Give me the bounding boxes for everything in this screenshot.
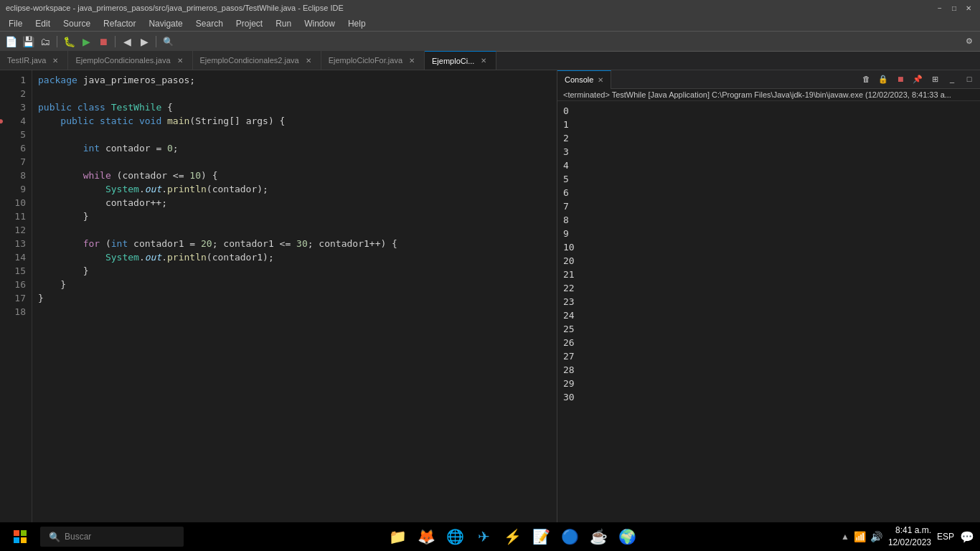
taskbar-vscode[interactable]: ⚡ bbox=[499, 522, 525, 551]
ln-1: 1 bbox=[0, 73, 26, 87]
code-line-17: } bbox=[38, 291, 551, 305]
console-tab-close[interactable]: ✕ bbox=[598, 76, 603, 84]
ln-3: 3 bbox=[0, 100, 26, 114]
console-min-btn[interactable]: _ bbox=[944, 71, 960, 87]
sep3 bbox=[156, 36, 156, 47]
sep1 bbox=[57, 36, 57, 47]
notification-btn[interactable]: 💬 bbox=[960, 530, 974, 544]
start-button[interactable] bbox=[6, 522, 34, 551]
taskbar-center: 📁 🦊 🌐 ✈ ⚡ 📝 🔵 ☕ 🌍 bbox=[385, 522, 640, 551]
menu-navigate[interactable]: Navigate bbox=[143, 16, 188, 31]
taskbar: 🔍 Buscar 📁 🦊 🌐 ✈ ⚡ 📝 🔵 ☕ 🌍 ▲ 📶 🔊 8:41 a.… bbox=[0, 522, 980, 551]
taskbar-firefox[interactable]: 🦊 bbox=[413, 522, 439, 551]
console-views-btn[interactable]: ⊞ bbox=[927, 71, 943, 87]
taskbar-telegram[interactable]: ✈ bbox=[471, 522, 496, 551]
taskbar-chrome[interactable]: 🌐 bbox=[442, 522, 468, 551]
taskbar-file-explorer[interactable]: 📁 bbox=[385, 522, 410, 551]
tab-testir-close[interactable]: ✕ bbox=[50, 55, 60, 65]
tab-ejemplociclofor-close[interactable]: ✕ bbox=[407, 55, 417, 65]
console-pin-btn[interactable]: 📌 bbox=[910, 71, 925, 87]
svg-rect-0 bbox=[14, 530, 19, 536]
console-lock-btn[interactable]: 🔒 bbox=[875, 71, 891, 87]
menu-source[interactable]: Source bbox=[57, 16, 96, 31]
close-button[interactable]: ✕ bbox=[963, 2, 974, 14]
tab-testir[interactable]: TestIR.java ✕ bbox=[0, 51, 68, 70]
tab-ejemplocondicionales2[interactable]: EjemploCondicionales2.java ✕ bbox=[193, 51, 321, 70]
ln-4: 4● bbox=[0, 114, 26, 128]
ln-7: 7 bbox=[0, 155, 26, 169]
tab-ejemplocondicionales-close[interactable]: ✕ bbox=[175, 55, 185, 65]
console-tab-label: Console bbox=[565, 75, 593, 84]
taskbar-right: ▲ 📶 🔊 8:41 a.m. 12/02/2023 ESP 💬 bbox=[841, 524, 974, 549]
code-editor[interactable]: package java_primeros_pasos; public clas… bbox=[32, 70, 557, 522]
console-line-20: 20 bbox=[563, 254, 974, 268]
minimize-button[interactable]: − bbox=[934, 2, 946, 14]
code-line-7 bbox=[38, 155, 551, 169]
save-btn[interactable]: 💾 bbox=[20, 34, 36, 50]
console-terminated-msg: <terminated> TestWhile [Java Application… bbox=[557, 89, 980, 101]
tab-ejemplocondicionales2-close[interactable]: ✕ bbox=[303, 55, 314, 65]
ln-5: 5 bbox=[0, 128, 26, 141]
taskbar-sublime[interactable]: 📝 bbox=[528, 522, 554, 551]
prev-btn[interactable]: ◀ bbox=[119, 34, 135, 50]
console-stop-btn[interactable]: ⏹ bbox=[892, 71, 908, 87]
tab-testwhile-close[interactable]: ✕ bbox=[479, 56, 489, 66]
menu-help[interactable]: Help bbox=[342, 16, 372, 31]
console-output[interactable]: 0 1 2 3 4 5 6 7 8 9 10 20 21 22 23 24 25… bbox=[557, 101, 980, 522]
sep2 bbox=[115, 36, 116, 47]
toolbar: 📄 💾 🗂 🐛 ▶ ⏹ ◀ ▶ 🔍 ⚙ bbox=[0, 32, 980, 52]
console-line-23: 23 bbox=[563, 295, 974, 309]
tray-network[interactable]: 📶 bbox=[854, 531, 866, 542]
save-all-btn[interactable]: 🗂 bbox=[37, 34, 53, 50]
stop-btn[interactable]: ⏹ bbox=[95, 34, 111, 50]
menu-file[interactable]: File bbox=[3, 16, 28, 31]
menu-search[interactable]: Search bbox=[190, 16, 229, 31]
tab-ejemplocondicionales2-label: EjemploCondicionales2.java bbox=[200, 56, 299, 65]
perspective-btn[interactable]: ⚙ bbox=[961, 34, 977, 50]
console-max-btn[interactable]: □ bbox=[961, 71, 977, 87]
console-line-4: 4 bbox=[563, 159, 974, 172]
taskbar-java[interactable]: ☕ bbox=[585, 522, 611, 551]
next-btn[interactable]: ▶ bbox=[136, 34, 152, 50]
debug-btn[interactable]: 🐛 bbox=[61, 34, 77, 50]
code-line-6: int contador = 0; bbox=[38, 141, 551, 155]
taskbar-browser[interactable]: 🌍 bbox=[614, 522, 640, 551]
clock[interactable]: 8:41 a.m. 12/02/2023 bbox=[888, 524, 931, 549]
tab-ejemplocondicionales[interactable]: EjemploCondicionales.java ✕ bbox=[68, 51, 192, 70]
tray-chevron[interactable]: ▲ bbox=[841, 532, 849, 542]
console-line-25: 25 bbox=[563, 322, 974, 336]
svg-rect-1 bbox=[21, 530, 27, 536]
run-btn[interactable]: ▶ bbox=[78, 34, 94, 50]
maximize-button[interactable]: □ bbox=[948, 2, 960, 14]
console-line-9: 9 bbox=[563, 227, 974, 240]
menu-project[interactable]: Project bbox=[230, 16, 268, 31]
console-tab[interactable]: Console ✕ bbox=[557, 70, 611, 89]
menu-window[interactable]: Window bbox=[298, 16, 341, 31]
search-placeholder: Buscar bbox=[65, 532, 91, 542]
console-clear-btn[interactable]: 🗑 bbox=[858, 71, 874, 87]
tray-volume[interactable]: 🔊 bbox=[870, 531, 882, 542]
tabs-row: TestIR.java ✕ EjemploCondicionales.java … bbox=[0, 52, 980, 70]
new-btn[interactable]: 📄 bbox=[3, 34, 19, 50]
code-line-1: package java_primeros_pasos; bbox=[38, 73, 551, 87]
console-line-3: 3 bbox=[563, 145, 974, 159]
console-line-8: 8 bbox=[563, 213, 974, 227]
code-line-9: System.out.println(contador); bbox=[38, 182, 551, 196]
console-line-5: 5 bbox=[563, 172, 974, 186]
console-line-10: 10 bbox=[563, 240, 974, 254]
tab-testwhile[interactable]: EjemploCi... ✕ bbox=[425, 51, 496, 70]
search-icon[interactable]: 🔍 bbox=[160, 34, 176, 50]
editor-area[interactable]: 1 2 3 4● 5 6 7 8 9 10 11 12 13 14 15 16 … bbox=[0, 70, 557, 522]
menu-edit[interactable]: Edit bbox=[29, 16, 56, 31]
console-line-22: 22 bbox=[563, 281, 974, 295]
ln-15: 15 bbox=[0, 264, 26, 278]
tab-ejemplociclofor[interactable]: EjemploCicloFor.java ✕ bbox=[321, 51, 425, 70]
search-icon: 🔍 bbox=[49, 532, 60, 542]
taskbar-lang[interactable]: ESP bbox=[937, 532, 954, 542]
menu-refactor[interactable]: Refactor bbox=[98, 16, 141, 31]
console-line-27: 27 bbox=[563, 349, 974, 363]
ln-10: 10 bbox=[0, 196, 26, 209]
search-bar[interactable]: 🔍 Buscar bbox=[40, 527, 184, 547]
menu-run[interactable]: Run bbox=[270, 16, 297, 31]
taskbar-chrome2[interactable]: 🔵 bbox=[557, 522, 583, 551]
